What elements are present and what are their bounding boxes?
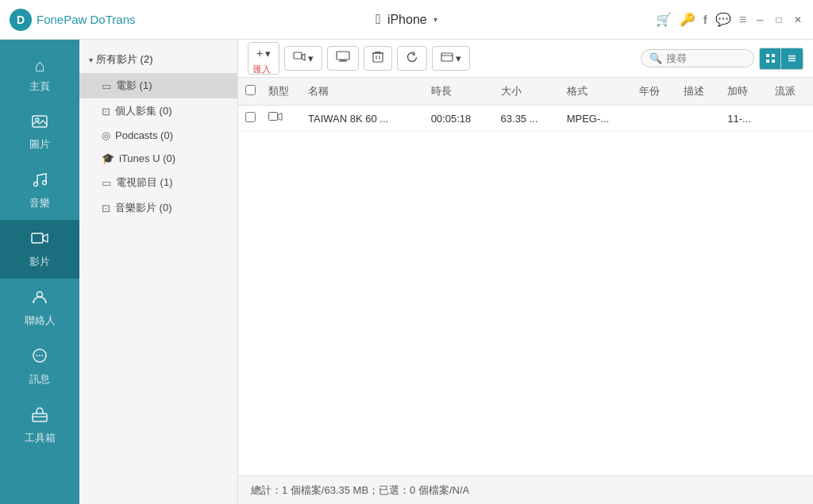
- category-item-musicvideos[interactable]: ⊡ 音樂影片 (0): [79, 195, 237, 221]
- category-item-tvshows[interactable]: ▭ 電視節目 (1): [79, 170, 237, 195]
- sidebar-item-photos[interactable]: 圖片: [0, 103, 79, 161]
- export-button[interactable]: ▾: [284, 46, 322, 71]
- facebook-icon[interactable]: f: [703, 13, 707, 26]
- category-item-movies[interactable]: ▭ 電影 (1): [79, 73, 237, 98]
- row-genre: [769, 106, 813, 132]
- col-size: 大小: [495, 78, 561, 106]
- svg-rect-24: [772, 54, 775, 57]
- import-label: 匯入: [253, 63, 271, 75]
- computer-export-button[interactable]: [327, 46, 359, 71]
- col-type: 類型: [262, 78, 302, 106]
- category-header: ▾ 所有影片 (2): [79, 46, 237, 73]
- apple-icon: : [376, 11, 381, 28]
- svg-rect-25: [766, 60, 769, 63]
- category-item-itunesu[interactable]: 🎓 iTunes U (0): [79, 147, 237, 170]
- sidebar-item-photos-label: 圖片: [29, 137, 50, 152]
- grid-view-button[interactable]: [759, 48, 781, 70]
- category-arrow-icon: ▾: [89, 56, 93, 64]
- tvshows-icon: ▭: [102, 177, 111, 189]
- sidebar-item-messages[interactable]: 訊息: [0, 337, 79, 396]
- row-name: TAIWAN 8K 60 ...: [302, 106, 425, 132]
- row-added: 11-...: [721, 106, 769, 132]
- row-type: [262, 106, 302, 132]
- search-input[interactable]: [666, 52, 746, 64]
- svg-rect-21: [441, 53, 453, 61]
- titlebar-center:  iPhone ▾: [376, 11, 437, 28]
- category-item-tvshows-label: 電視節目 (1): [116, 175, 173, 190]
- cart-icon[interactable]: 🛒: [656, 12, 672, 27]
- logo-icon: D: [10, 9, 32, 31]
- export-icon: [293, 51, 306, 66]
- col-format: 格式: [561, 78, 634, 106]
- tools-button[interactable]: ▾: [432, 46, 470, 71]
- select-all-checkbox[interactable]: [245, 85, 256, 95]
- key-icon[interactable]: 🔑: [680, 12, 695, 27]
- list-view-button[interactable]: [781, 48, 803, 70]
- titlebar-right: 🛒 🔑 f 💬 ≡ ─ □ ✕: [656, 12, 803, 27]
- sidebar-item-music[interactable]: 音樂: [0, 161, 79, 220]
- sidebar-item-home[interactable]: ⌂ 主頁: [0, 46, 79, 103]
- row-size: 63.35 ...: [495, 106, 561, 132]
- device-dropdown-arrow[interactable]: ▾: [433, 15, 437, 24]
- category-header-label: 所有影片 (2): [96, 52, 153, 67]
- svg-point-9: [42, 355, 44, 356]
- table-row[interactable]: TAIWAN 8K 60 ... 00:05:18 63.35 ... MPEG…: [238, 106, 813, 132]
- svg-rect-13: [337, 52, 349, 60]
- tools-icon: [441, 51, 453, 66]
- svg-rect-12: [294, 52, 302, 59]
- category-item-itunesu-label: iTunes U (0): [119, 152, 175, 164]
- itunesu-icon: 🎓: [102, 152, 114, 164]
- col-duration: 時長: [425, 78, 495, 106]
- chat-icon[interactable]: 💬: [715, 12, 731, 27]
- delete-icon: [372, 51, 383, 66]
- video-type-icon: [268, 113, 283, 125]
- svg-rect-10: [33, 414, 47, 421]
- toolbox-icon: [31, 406, 48, 428]
- svg-point-1: [36, 118, 39, 121]
- refresh-button[interactable]: [397, 46, 427, 71]
- add-icon: +: [256, 47, 263, 60]
- sidebar-item-videos[interactable]: 影片: [0, 220, 79, 279]
- musicvideos-icon: ⊡: [102, 202, 110, 214]
- videos-icon: [31, 229, 48, 252]
- minimize-button[interactable]: ─: [754, 14, 765, 25]
- add-dropdown-arrow: ▾: [265, 48, 271, 60]
- personal-icon: ⊡: [102, 106, 110, 117]
- status-text: 總計：1 個檔案/63.35 MB；已選：0 個檔案/N/A: [251, 483, 469, 498]
- search-box[interactable]: 🔍: [641, 49, 754, 67]
- svg-rect-0: [33, 116, 47, 127]
- delete-button[interactable]: [364, 46, 392, 71]
- home-icon: ⌂: [34, 56, 44, 76]
- svg-point-7: [37, 355, 38, 356]
- app-name: FonePaw DoTrans: [37, 13, 136, 26]
- category-item-podcasts[interactable]: ◎ Podcasts (0): [79, 124, 237, 147]
- maximize-button[interactable]: □: [773, 14, 784, 25]
- row-checkbox[interactable]: [245, 112, 256, 122]
- svg-rect-30: [269, 113, 278, 121]
- svg-rect-23: [766, 54, 769, 57]
- col-name: 名稱: [302, 78, 425, 106]
- sidebar-item-toolbox[interactable]: 工具箱: [0, 396, 79, 455]
- close-button[interactable]: ✕: [792, 14, 803, 25]
- svg-rect-4: [32, 233, 43, 243]
- row-year: [633, 106, 676, 132]
- row-description: [677, 106, 721, 132]
- add-button[interactable]: + ▾ 匯入: [248, 42, 279, 75]
- tools-dropdown-arrow: ▾: [456, 52, 461, 64]
- row-checkbox-cell[interactable]: [238, 106, 262, 132]
- refresh-icon: [406, 51, 418, 66]
- sidebar-item-toolbox-label: 工具箱: [25, 431, 56, 445]
- col-year: 年份: [633, 78, 676, 106]
- svg-rect-17: [373, 53, 383, 62]
- photos-icon: [31, 113, 48, 134]
- category-item-personal[interactable]: ⊡ 個人影集 (0): [79, 98, 237, 124]
- main-area: ⌂ 主頁 圖片 音樂: [0, 40, 813, 504]
- titlebar: D FonePaw DoTrans  iPhone ▾ 🛒 🔑 f 💬 ≡ ─…: [0, 0, 813, 40]
- sidebar-item-contacts[interactable]: 聯絡人: [0, 279, 79, 337]
- status-bar: 總計：1 個檔案/63.35 MB；已選：0 個檔案/N/A: [238, 475, 813, 504]
- category-item-movies-label: 電影 (1): [116, 79, 152, 93]
- toolbar: + ▾ 匯入 ▾: [238, 40, 813, 78]
- contacts-icon: [31, 288, 48, 310]
- menu-icon[interactable]: ≡: [739, 13, 746, 27]
- row-duration: 00:05:18: [425, 106, 495, 132]
